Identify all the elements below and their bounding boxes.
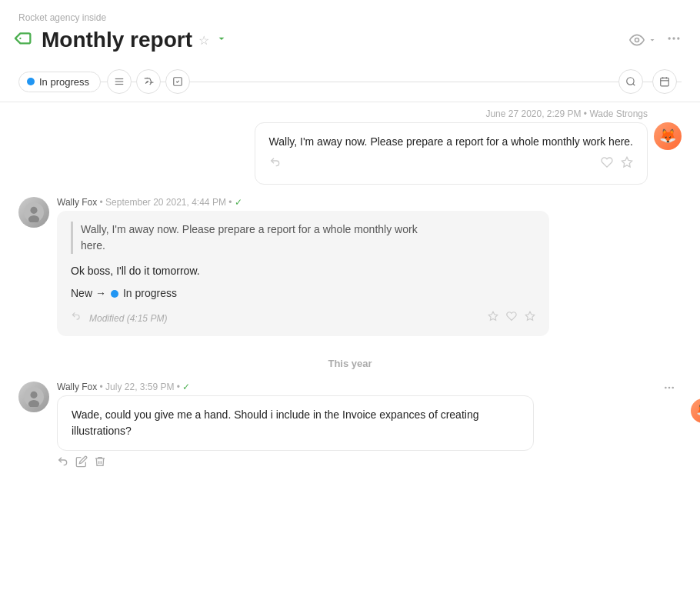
- svg-point-1: [635, 38, 639, 42]
- svg-marker-16: [622, 157, 632, 167]
- hover-actions: [663, 382, 675, 397]
- title-right: [629, 31, 682, 50]
- status-label: In progress: [39, 76, 89, 88]
- title-row: Monthly report ☆: [18, 28, 682, 62]
- check-icon-btn[interactable]: [165, 69, 190, 94]
- toolbar: In progress: [18, 62, 682, 102]
- title-left: Monthly report ☆: [18, 28, 228, 52]
- page-title: Monthly report: [42, 28, 192, 52]
- svg-line-11: [633, 84, 635, 86]
- message-meta-wally: Wally Fox • September 20 2021, 4:44 PM •…: [57, 197, 682, 208]
- date-wally: • September 20 2021, 4:44 PM •: [100, 197, 232, 208]
- svg-point-10: [627, 78, 634, 85]
- check-icon-wally: ✓: [235, 197, 242, 208]
- svg-point-18: [30, 207, 37, 214]
- message-meta-wade: June 27 2020, 2:29 PM • Wade Strongs: [485, 108, 682, 119]
- svg-marker-20: [488, 312, 498, 320]
- message-group-last: Wally Fox • July 22, 3:59 PM • ✓ Wade, c…: [18, 382, 682, 451]
- modified-text-wally: Modified (4:15 PM): [89, 312, 167, 325]
- right-icons-wade: [601, 156, 633, 173]
- search-icon-btn[interactable]: [618, 69, 643, 94]
- dropdown-icon[interactable]: [215, 32, 228, 48]
- blue-dot-wally: [111, 290, 118, 298]
- avatar-wally: [18, 197, 49, 228]
- message-bubble-row-wade: Wally, I'm away now. Please prepare a re…: [255, 122, 682, 185]
- bubble-text-wade: Wally, I'm away now. Please prepare a re…: [269, 134, 633, 150]
- bubble-actions-wade: [269, 150, 633, 173]
- star-icon[interactable]: ☆: [198, 33, 209, 48]
- last-message-wrapper: Wally Fox • July 22, 3:59 PM • ✓ Wade, c…: [18, 382, 682, 471]
- author-wally: Wally Fox: [57, 197, 97, 208]
- avatar-wade-last: 🦊: [691, 398, 700, 423]
- year-divider: This year: [18, 358, 682, 369]
- check-icon-last: ✓: [182, 382, 190, 392]
- status-change-wally: New → In progress: [71, 285, 535, 302]
- svg-point-3: [672, 37, 675, 39]
- edit-icon-last[interactable]: [75, 455, 88, 471]
- status-from-wally: New →: [71, 285, 106, 302]
- bubble-main-text-wally: Ok boss, I'll do it tomorrow.: [71, 263, 535, 279]
- heart-icon-wade[interactable]: [601, 156, 613, 173]
- status-badge[interactable]: In progress: [18, 72, 101, 92]
- status-dot: [27, 78, 35, 85]
- last-bubble-actions: [57, 455, 682, 471]
- more-dots-last[interactable]: [663, 382, 675, 397]
- avatar-wally-last: [18, 382, 49, 412]
- svg-point-25: [665, 387, 667, 389]
- star-icon-wade[interactable]: [621, 156, 633, 173]
- breadcrumb: Rocket agency inside: [18, 12, 682, 23]
- translate-icon-btn[interactable]: [136, 69, 161, 94]
- quote-block-wally: Wally, I'm away now. Please prepare a re…: [71, 222, 535, 254]
- svg-point-26: [668, 387, 671, 389]
- star-icon2-wally[interactable]: [488, 311, 498, 325]
- message-content-wally: Wally Fox • September 20 2021, 4:44 PM •…: [57, 197, 682, 336]
- header: Rocket agency inside Monthly report ☆: [0, 0, 700, 102]
- message-group-wally: Wally Fox • September 20 2021, 4:44 PM •…: [18, 197, 682, 336]
- more-button[interactable]: [666, 31, 682, 50]
- bubble-last: Wade, could you give me a hand. Should i…: [57, 395, 534, 451]
- reply-icon-last[interactable]: [57, 455, 69, 471]
- eye-button[interactable]: [629, 32, 657, 48]
- svg-point-27: [672, 387, 674, 389]
- list-icon-btn[interactable]: [107, 69, 132, 94]
- delete-icon-last[interactable]: [94, 455, 106, 471]
- svg-point-4: [677, 37, 679, 39]
- avatar-wade: 🦊: [654, 122, 682, 150]
- svg-point-2: [668, 37, 671, 39]
- svg-point-23: [30, 392, 37, 398]
- reply-icon-wally[interactable]: [71, 311, 82, 325]
- message-meta-last: Wally Fox • July 22, 3:59 PM • ✓: [57, 382, 682, 392]
- calendar-icon-btn[interactable]: [652, 69, 677, 94]
- bubble-text-last: Wade, could you give me a hand. Should i…: [72, 408, 478, 437]
- chat-area: June 27 2020, 2:29 PM • Wade Strongs Wal…: [0, 102, 700, 483]
- star-icon3-wally[interactable]: [525, 311, 535, 325]
- svg-rect-12: [661, 78, 669, 86]
- date-last: • July 22, 3:59 PM •: [100, 382, 180, 392]
- bubble-actions-wally: Modified (4:15 PM): [71, 305, 535, 325]
- svg-marker-21: [525, 312, 535, 320]
- author-last: Wally Fox: [57, 382, 97, 392]
- heart-icon2-wally[interactable]: [506, 311, 517, 325]
- tag-icon: [13, 26, 40, 53]
- bubble-wally: Wally, I'm away now. Please prepare a re…: [57, 211, 549, 336]
- message-group-wade: June 27 2020, 2:29 PM • Wade Strongs Wal…: [18, 108, 682, 185]
- reply-icon-wade[interactable]: [269, 156, 282, 173]
- bubble-wade: Wally, I'm away now. Please prepare a re…: [255, 122, 648, 185]
- toolbar-right: [618, 69, 682, 94]
- status-to-wally: In progress: [123, 285, 177, 302]
- last-message-content: Wally Fox • July 22, 3:59 PM • ✓ Wade, c…: [57, 382, 682, 451]
